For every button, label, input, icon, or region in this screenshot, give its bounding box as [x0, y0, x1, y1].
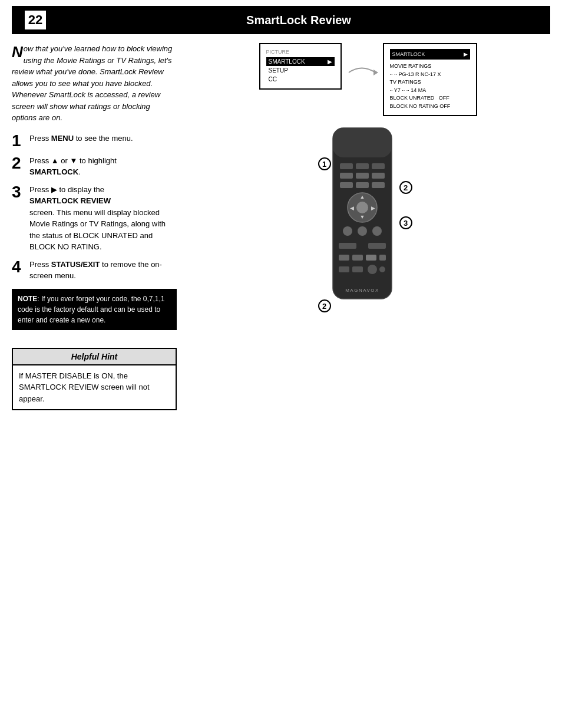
- tv-menu-item-cc: CC: [266, 75, 335, 84]
- overlay-step-3: 3: [399, 216, 412, 229]
- overlay-step-2: 2: [399, 181, 412, 194]
- step-3-action: SMARTLOCK REVIEW: [29, 196, 111, 205]
- step-3: 3 Press ▶ to display the SMARTLOCK REVIE…: [12, 184, 177, 253]
- smartlock-line-5: BLOCK UNRATED OFF: [390, 94, 470, 103]
- helpful-hint-header: Helpful Hint: [13, 349, 176, 365]
- svg-point-19: [358, 226, 367, 236]
- step-1-content: Press MENU to see the menu.: [29, 133, 133, 144]
- page-title: SmartLock Review: [59, 14, 538, 27]
- svg-rect-25: [366, 255, 376, 261]
- svg-point-18: [343, 226, 352, 236]
- tv-menu-item-smartlock: SMARTLOCK ▶: [266, 57, 335, 66]
- svg-marker-0: [373, 70, 378, 75]
- svg-rect-7: [356, 173, 369, 179]
- step-4-number: 4: [12, 259, 25, 275]
- page-header: 22 SmartLock Review: [12, 6, 550, 34]
- smartlock-line-6: BLOCK NO RATING OFF: [390, 103, 470, 111]
- tv-menu-item-setup: SETUP: [266, 66, 335, 75]
- step-2-content: Press ▲ or ▼ to highlight SMARTLOCK.: [29, 155, 117, 178]
- smartlock-line-3: TV RATINGS: [390, 78, 470, 87]
- svg-text:▶: ▶: [371, 205, 375, 211]
- remote-control-image: ▲ ▼ ◀ ▶: [321, 122, 404, 322]
- helpful-hint-content: If MASTER DISABLE is ON, the SMARTLOCK R…: [13, 365, 176, 410]
- note-text: : If you ever forget your code, the 0,7,…: [18, 295, 164, 324]
- svg-rect-4: [356, 163, 369, 169]
- overlay-step-1: 1: [318, 157, 331, 170]
- smartlock-line-1: MOVIE RATINGS: [390, 62, 470, 71]
- step-4-content: Press STATUS/EXIT to remove the on-scree…: [29, 259, 177, 282]
- smartlock-line-2: ·· ·· PG-13 R NC-17 X: [390, 71, 470, 79]
- step-1-key: MENU: [51, 134, 74, 143]
- svg-rect-23: [339, 255, 349, 261]
- svg-rect-9: [340, 182, 353, 188]
- svg-rect-22: [368, 243, 386, 249]
- main-content: Now that you've learned how to block vie…: [12, 43, 550, 330]
- step-2-number: 2: [12, 155, 25, 172]
- step-4: 4 Press STATUS/EXIT to remove the on-scr…: [12, 259, 177, 282]
- curve-arrow: [345, 61, 380, 84]
- drop-cap: N: [12, 44, 23, 60]
- screens-row: PICTURE SMARTLOCK ▶ SETUP CC SMARTLOCK: [259, 43, 477, 116]
- note-label: NOTE: [18, 295, 37, 303]
- left-column: Now that you've learned how to block vie…: [12, 43, 177, 330]
- smartlock-line-4: ·· Y7 ·· ·· 14 MA: [390, 87, 470, 95]
- right-column: PICTURE SMARTLOCK ▶ SETUP CC SMARTLOCK: [186, 43, 550, 330]
- svg-rect-26: [379, 255, 386, 261]
- remote-wrapper: 1 2 3 2: [321, 122, 415, 324]
- svg-text:◀: ◀: [349, 205, 353, 211]
- svg-point-30: [379, 266, 385, 272]
- step-1: 1 Press MENU to see the menu.: [12, 133, 177, 149]
- step-3-content: Press ▶ to display the SMARTLOCK REVIEW …: [29, 184, 177, 253]
- svg-point-13: [356, 202, 368, 213]
- step-2-action: SMARTLOCK: [29, 167, 78, 176]
- svg-rect-11: [372, 182, 385, 188]
- svg-text:MAGNAVOX: MAGNAVOX: [345, 288, 379, 293]
- svg-text:▲: ▲: [359, 194, 365, 200]
- intro-text: ow that you've learned how to block view…: [12, 44, 172, 122]
- tv-menu-title: PICTURE: [266, 49, 335, 55]
- svg-rect-6: [340, 173, 353, 179]
- svg-rect-24: [352, 255, 363, 261]
- step-2: 2 Press ▲ or ▼ to highlight SMARTLOCK.: [12, 155, 177, 178]
- helpful-hint-section: Helpful Hint If MASTER DISABLE is ON, th…: [12, 348, 177, 411]
- smartlock-arrow: ▶: [328, 58, 332, 65]
- svg-point-29: [368, 265, 377, 274]
- svg-rect-8: [372, 173, 385, 179]
- tv-menu-screen: PICTURE SMARTLOCK ▶ SETUP CC: [259, 43, 342, 90]
- note-box: NOTE: If you ever forget your code, the …: [12, 289, 177, 330]
- svg-point-20: [372, 226, 382, 236]
- svg-rect-21: [339, 243, 356, 249]
- page-number: 22: [24, 9, 47, 31]
- helpful-hint-box: Helpful Hint If MASTER DISABLE is ON, th…: [12, 348, 177, 411]
- intro-paragraph: Now that you've learned how to block vie…: [12, 43, 177, 124]
- svg-rect-2: [333, 128, 392, 157]
- step-1-number: 1: [12, 133, 25, 149]
- step-4-key: STATUS/EXIT: [51, 260, 100, 269]
- svg-rect-3: [340, 163, 353, 169]
- svg-rect-28: [352, 266, 363, 272]
- step-3-number: 3: [12, 184, 25, 200]
- overlay-step-2b: 2: [318, 299, 331, 312]
- svg-text:▼: ▼: [359, 214, 365, 220]
- svg-rect-5: [372, 163, 385, 169]
- svg-rect-27: [339, 266, 349, 272]
- smartlock-screen-header: SMARTLOCK ▶: [390, 49, 470, 60]
- svg-rect-10: [356, 182, 369, 188]
- smartlock-review-screen: SMARTLOCK ▶ MOVIE RATINGS ·· ·· PG-13 R …: [383, 43, 477, 116]
